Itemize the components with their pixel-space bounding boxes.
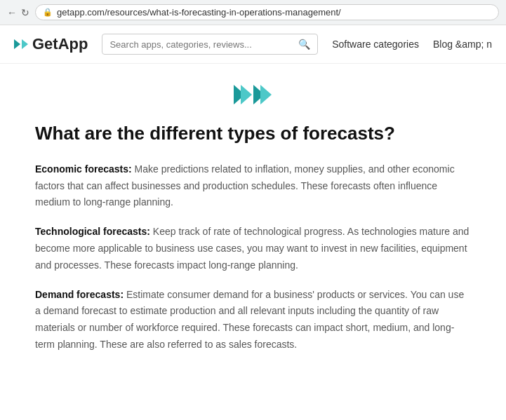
address-bar[interactable]: 🔒 getapp.com/resources/what-is-forecasti… <box>35 4 499 20</box>
forecast-label-2: Demand forecasts: <box>35 289 124 300</box>
blog-link[interactable]: Blog &amp; n <box>433 39 492 50</box>
url-text: getapp.com/resources/what-is-forecasting… <box>57 7 341 18</box>
decorative-icon <box>35 85 470 104</box>
chevron2 <box>22 39 28 49</box>
browser-chrome: ← ↻ 🔒 getapp.com/resources/what-is-forec… <box>0 0 506 25</box>
site-header: GetApp 🔍 Software categories Blog &amp; … <box>0 25 506 64</box>
forecast-label-0: Economic forecasts: <box>35 163 132 175</box>
reload-icon[interactable]: ↻ <box>21 7 29 18</box>
search-button[interactable]: 🔍 <box>298 39 310 50</box>
article-title: What are the different types of forecast… <box>35 122 470 146</box>
search-bar[interactable]: 🔍 <box>102 34 318 55</box>
forecast-section-2: Demand forecasts: Estimate consumer dema… <box>35 287 470 353</box>
double-chevrons <box>234 85 272 104</box>
main-content: What are the different types of forecast… <box>0 64 505 387</box>
chevron1 <box>14 39 20 49</box>
software-categories-link[interactable]: Software categories <box>332 39 419 50</box>
back-icon[interactable]: ← <box>7 7 17 18</box>
search-input[interactable] <box>109 39 294 50</box>
chev-light-2 <box>260 85 272 104</box>
nav-links: Software categories Blog &amp; n <box>332 39 492 50</box>
forecast-section-0: Economic forecasts: Make predictions rel… <box>35 161 470 211</box>
logo-text: GetApp <box>32 35 88 53</box>
lock-icon: 🔒 <box>43 8 53 17</box>
forecast-section-1: Technological forecasts: Keep track of r… <box>35 224 470 273</box>
logo[interactable]: GetApp <box>14 35 88 53</box>
browser-nav-icons: ← ↻ <box>7 7 29 18</box>
logo-chevrons <box>14 39 28 49</box>
forecast-label-1: Technological forecasts: <box>35 226 150 237</box>
chev-light-1 <box>241 85 252 104</box>
